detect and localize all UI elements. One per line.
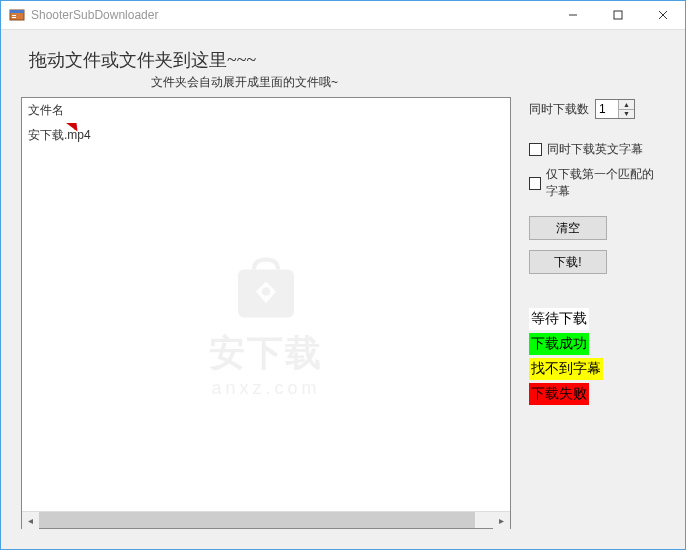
download-button[interactable]: 下载! xyxy=(529,250,607,274)
content-area: 拖动文件或文件夹到这里~~~ 文件夹会自动展开成里面的文件哦~ 文件名 安下载.… xyxy=(1,30,685,549)
status-waiting: 等待下载 xyxy=(529,308,589,330)
checkbox-english[interactable] xyxy=(529,143,542,156)
maximize-button[interactable] xyxy=(595,1,640,29)
watermark: 安下载 anxz.com xyxy=(209,251,323,398)
window-title: ShooterSubDownloader xyxy=(31,8,550,22)
checkbox-first-row: 仅下载第一个匹配的字幕 xyxy=(529,166,665,200)
spinner-up[interactable]: ▲ xyxy=(619,100,634,110)
svg-rect-10 xyxy=(238,269,294,317)
file-list-panel[interactable]: 文件名 安下载.mp4 xyxy=(21,97,511,529)
clear-button[interactable]: 清空 xyxy=(529,216,607,240)
drop-sub-instruction: 文件夹会自动展开成里面的文件哦~ xyxy=(151,74,665,91)
svg-rect-2 xyxy=(12,15,16,16)
drop-instruction: 拖动文件或文件夹到这里~~~ xyxy=(29,48,665,72)
concurrent-label: 同时下载数 xyxy=(529,101,589,118)
status-success: 下载成功 xyxy=(529,333,589,355)
checkbox-english-label: 同时下载英文字幕 xyxy=(547,141,643,158)
concurrent-row: 同时下载数 ▲ ▼ xyxy=(529,99,665,119)
checkbox-first-match[interactable] xyxy=(529,177,541,190)
column-header-filename: 文件名 xyxy=(22,98,510,123)
scroll-right-button[interactable]: ▸ xyxy=(493,512,510,529)
horizontal-scrollbar[interactable]: ◂ ▸ xyxy=(22,511,510,528)
watermark-url: anxz.com xyxy=(209,377,323,398)
svg-point-11 xyxy=(262,287,270,295)
close-button[interactable] xyxy=(640,1,685,29)
concurrent-input[interactable] xyxy=(596,100,618,118)
concurrent-stepper[interactable]: ▲ ▼ xyxy=(595,99,635,119)
status-failed: 下载失败 xyxy=(529,383,589,405)
checkbox-english-row: 同时下载英文字幕 xyxy=(529,141,665,158)
list-item[interactable]: 安下载.mp4 xyxy=(28,125,504,146)
clear-button-label: 清空 xyxy=(556,220,580,237)
svg-rect-3 xyxy=(12,17,16,18)
download-button-label: 下载! xyxy=(554,254,581,271)
checkbox-first-label: 仅下载第一个匹配的字幕 xyxy=(546,166,665,200)
window-controls xyxy=(550,1,685,29)
main-area: 文件名 安下载.mp4 xyxy=(21,97,665,529)
file-list-body: 安下载.mp4 xyxy=(22,123,510,511)
spinner-down[interactable]: ▼ xyxy=(619,110,634,119)
status-legend: 等待下载 下载成功 找不到字幕 下载失败 xyxy=(529,308,665,405)
watermark-text: 安下载 xyxy=(209,328,323,377)
status-notfound: 找不到字幕 xyxy=(529,358,603,380)
app-icon xyxy=(9,7,25,23)
scroll-thumb[interactable] xyxy=(39,512,475,528)
svg-rect-1 xyxy=(10,10,24,13)
minimize-button[interactable] xyxy=(550,1,595,29)
app-window: ShooterSubDownloader 拖动文件或文件夹到这里~~~ 文件夹会… xyxy=(0,0,686,550)
scroll-left-button[interactable]: ◂ xyxy=(22,512,39,529)
side-panel: 同时下载数 ▲ ▼ 同时下载英文字幕 仅下载第一 xyxy=(529,97,665,529)
scroll-track[interactable] xyxy=(39,512,493,528)
svg-rect-5 xyxy=(614,11,622,19)
titlebar: ShooterSubDownloader xyxy=(1,1,685,30)
